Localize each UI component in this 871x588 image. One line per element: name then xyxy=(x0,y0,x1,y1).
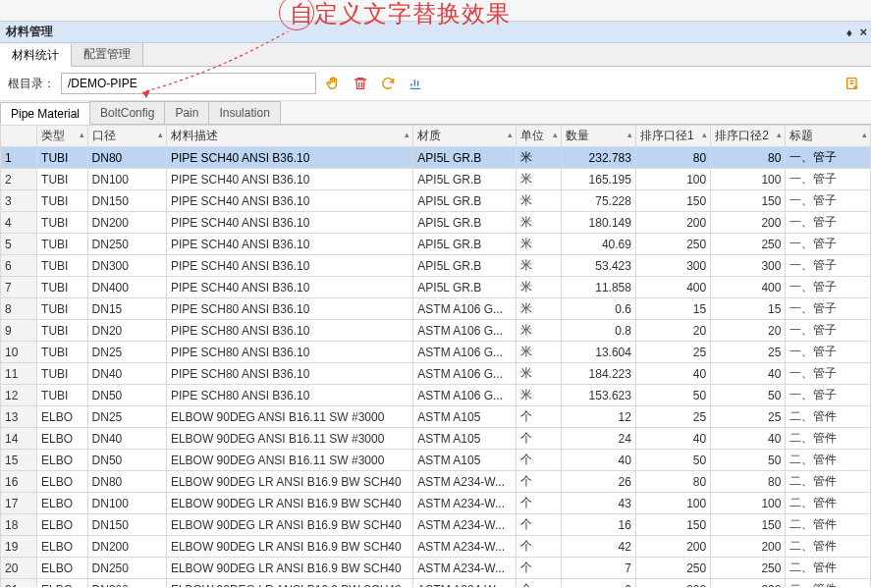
sub-tab-3[interactable]: Insulation xyxy=(208,101,280,124)
cell: 20 xyxy=(711,320,786,342)
cell: PIPE SCH80 ANSI B36.10 xyxy=(166,385,412,406)
table-row[interactable]: 13ELBODN25ELBOW 90DEG ANSI B16.11 SW #30… xyxy=(1,406,871,428)
cell: 150 xyxy=(711,514,786,536)
cell: 13.604 xyxy=(561,342,635,363)
col-header-mat[interactable]: 材质▴ xyxy=(413,126,517,147)
table-row[interactable]: 14ELBODN40ELBOW 90DEG ANSI B16.11 SW #30… xyxy=(1,428,871,450)
cell: DN25 xyxy=(87,342,166,363)
cell: 165.195 xyxy=(561,169,635,190)
cell: PIPE SCH40 ANSI B36.10 xyxy=(166,169,412,190)
inner-tab-1[interactable]: 配置管理 xyxy=(72,43,143,66)
grid-wrap[interactable]: 类型▴口径▴材料描述▴材质▴单位▴数量▴排序口径1▴排序口径2▴标题▴ 1TUB… xyxy=(0,125,871,587)
cell: 二、管件 xyxy=(786,406,871,428)
cell: DN200 xyxy=(87,212,166,234)
close-icon[interactable]: × xyxy=(859,25,867,39)
table-row[interactable]: 19ELBODN200ELBOW 90DEG LR ANSI B16.9 BW … xyxy=(1,536,871,558)
cell: 一、管子 xyxy=(786,190,871,212)
table-row[interactable]: 6TUBIDN300PIPE SCH40 ANSI B36.10API5L GR… xyxy=(1,255,871,277)
col-header-desc[interactable]: 材料描述▴ xyxy=(166,126,412,147)
table-row[interactable]: 18ELBODN150ELBOW 90DEG LR ANSI B16.9 BW … xyxy=(1,514,871,536)
cell: 40 xyxy=(711,428,786,450)
cell: 180.149 xyxy=(561,212,635,234)
table-row[interactable]: 15ELBODN50ELBOW 90DEG ANSI B16.11 SW #30… xyxy=(1,450,871,471)
table-row[interactable]: 3TUBIDN150PIPE SCH40 ANSI B36.10API5L GR… xyxy=(1,190,871,212)
cell: 7 xyxy=(1,277,37,298)
pin-icon[interactable]: ⬧ xyxy=(845,25,853,39)
table-row[interactable]: 16ELBODN80ELBOW 90DEG LR ANSI B16.9 BW S… xyxy=(1,471,871,493)
table-row[interactable]: 1TUBIDN80PIPE SCH40 ANSI B36.10API5L GR.… xyxy=(1,147,871,169)
cell: ASTM A106 G... xyxy=(413,298,517,320)
col-header-dia[interactable]: 口径▴ xyxy=(87,126,166,147)
cell: 5 xyxy=(1,234,37,255)
hand-icon[interactable] xyxy=(322,73,344,94)
cell: TUBI xyxy=(37,255,88,277)
table-row[interactable]: 9TUBIDN20PIPE SCH80 ANSI B36.10ASTM A106… xyxy=(1,320,871,342)
cell: 一、管子 xyxy=(786,385,871,406)
table-row[interactable]: 5TUBIDN250PIPE SCH40 ANSI B36.10API5L GR… xyxy=(1,234,871,255)
cell: DN40 xyxy=(87,363,166,385)
cell: TUBI xyxy=(37,363,88,385)
col-header-sort2[interactable]: 排序口径2▴ xyxy=(711,126,786,147)
cell: 9 xyxy=(1,320,37,342)
table-row[interactable]: 7TUBIDN400PIPE SCH40 ANSI B36.10API5L GR… xyxy=(1,277,871,298)
cell: 二、管件 xyxy=(786,428,871,450)
cell: 300 xyxy=(635,255,710,277)
table-row[interactable]: 12TUBIDN50PIPE SCH80 ANSI B36.10ASTM A10… xyxy=(1,385,871,406)
cell: API5L GR.B xyxy=(413,212,517,234)
table-row[interactable]: 20ELBODN250ELBOW 90DEG LR ANSI B16.9 BW … xyxy=(1,558,871,579)
cell: DN20 xyxy=(87,320,166,342)
table-row[interactable]: 8TUBIDN15PIPE SCH80 ANSI B36.10ASTM A106… xyxy=(1,298,871,320)
cell: 150 xyxy=(635,190,710,212)
cell: 一、管子 xyxy=(786,277,871,298)
cell: TUBI xyxy=(37,298,88,320)
cell: 153.623 xyxy=(561,385,635,406)
refresh-icon[interactable] xyxy=(377,73,399,94)
cell: 二、管件 xyxy=(786,493,871,514)
cell: ELBOW 90DEG ANSI B16.11 SW #3000 xyxy=(166,406,412,428)
cell: 250 xyxy=(711,558,786,579)
cell: 80 xyxy=(711,147,786,169)
sub-tab-0[interactable]: Pipe Material xyxy=(0,102,90,125)
cell: ELBO xyxy=(37,536,88,558)
sort-glyph-icon: ▴ xyxy=(80,130,84,139)
cell: ELBOW 90DEG LR ANSI B16.9 BW SCH40 xyxy=(166,536,412,558)
cell: 150 xyxy=(635,514,710,536)
cell: 米 xyxy=(517,363,561,385)
chart-icon[interactable] xyxy=(405,73,426,94)
panel-title: 材料管理 xyxy=(6,24,53,40)
cell: PIPE SCH40 ANSI B36.10 xyxy=(166,277,412,298)
cell: PIPE SCH40 ANSI B36.10 xyxy=(166,255,412,277)
cell: 11.858 xyxy=(561,277,635,298)
table-row[interactable]: 11TUBIDN40PIPE SCH80 ANSI B36.10ASTM A10… xyxy=(1,363,871,385)
export-icon[interactable] xyxy=(842,73,863,94)
trash-icon[interactable] xyxy=(350,73,371,94)
col-header-rownum[interactable] xyxy=(1,126,37,147)
cell: API5L GR.B xyxy=(413,190,517,212)
table-row[interactable]: 4TUBIDN200PIPE SCH40 ANSI B36.10API5L GR… xyxy=(1,212,871,234)
cell: 300 xyxy=(711,255,786,277)
sub-tab-bar: Pipe MaterialBoltConfigPainInsulation xyxy=(0,101,871,125)
inner-tab-bar: 材料统计配置管理 xyxy=(0,43,871,67)
cell: 40 xyxy=(711,363,786,385)
root-input[interactable] xyxy=(61,73,316,94)
col-header-type[interactable]: 类型▴ xyxy=(37,126,88,147)
cell: TUBI xyxy=(37,147,88,169)
cell: 21 xyxy=(1,579,37,588)
col-header-qty[interactable]: 数量▴ xyxy=(561,126,635,147)
inner-tab-0[interactable]: 材料统计 xyxy=(0,44,72,67)
col-header-sort1[interactable]: 排序口径1▴ xyxy=(635,126,710,147)
col-header-unit[interactable]: 单位▴ xyxy=(517,126,561,147)
col-header-title[interactable]: 标题▴ xyxy=(786,126,871,147)
table-row[interactable]: 10TUBIDN25PIPE SCH80 ANSI B36.10ASTM A10… xyxy=(1,342,871,363)
sub-tab-1[interactable]: BoltConfig xyxy=(89,101,165,124)
table-row[interactable]: 2TUBIDN100PIPE SCH40 ANSI B36.10API5L GR… xyxy=(1,169,871,190)
cell: TUBI xyxy=(37,385,88,406)
table-row[interactable]: 21ELBODN300ELBOW 90DEG LR ANSI B16.9 BW … xyxy=(1,579,871,588)
cell: DN300 xyxy=(87,255,166,277)
cell: 200 xyxy=(635,536,710,558)
app-toolbar xyxy=(0,0,871,22)
sub-tab-2[interactable]: Pain xyxy=(164,101,209,124)
cell: 米 xyxy=(517,385,561,406)
cell: 300 xyxy=(711,579,786,588)
table-row[interactable]: 17ELBODN100ELBOW 90DEG LR ANSI B16.9 BW … xyxy=(1,493,871,514)
